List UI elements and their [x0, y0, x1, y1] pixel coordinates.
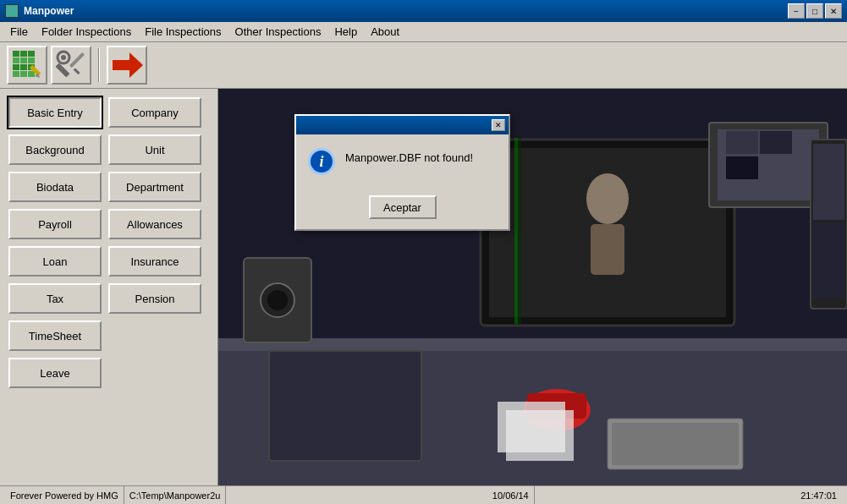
svg-rect-6 — [13, 64, 19, 70]
title-bar: Manpower − □ ✕ — [0, 0, 847, 22]
allowances-button[interactable]: Allowances — [108, 209, 201, 239]
svg-point-48 — [267, 290, 288, 310]
row-biodata-department: Biodata Department — [8, 172, 209, 202]
svg-marker-20 — [129, 52, 143, 78]
svg-rect-45 — [514, 138, 518, 324]
svg-rect-14 — [56, 63, 70, 78]
status-bar: Forever Powered by HMG C:\Temp\Manpower2… — [0, 485, 847, 504]
payroll-button[interactable]: Payroll — [8, 209, 102, 239]
svg-rect-3 — [13, 58, 19, 63]
insurance-button[interactable]: Insurance — [108, 246, 201, 277]
tax-button[interactable]: Tax — [8, 283, 102, 314]
svg-rect-42 — [813, 144, 844, 220]
svg-rect-1 — [20, 51, 27, 57]
row-background-unit: Background Unit — [8, 134, 209, 165]
main-content: Basic Entry Company Background Unit Biod… — [0, 89, 847, 485]
menu-help[interactable]: Help — [327, 24, 364, 40]
svg-point-32 — [586, 173, 629, 224]
maximize-button[interactable]: □ — [806, 3, 823, 19]
svg-rect-34 — [269, 351, 421, 461]
department-button[interactable]: Department — [108, 172, 201, 202]
modal-title-bar: ✕ — [296, 116, 509, 134]
modal-dialog: ✕ i Manpower.DBF not found! Aceptar — [294, 114, 510, 231]
modal-close-button[interactable]: ✕ — [492, 119, 505, 131]
unit-button[interactable]: Unit — [108, 134, 201, 165]
svg-rect-40 — [506, 410, 574, 461]
svg-rect-30 — [726, 156, 758, 179]
tools-button[interactable] — [51, 46, 91, 85]
minimize-button[interactable]: − — [788, 3, 805, 19]
loan-button[interactable]: Loan — [8, 246, 102, 277]
row-basic-company: Basic Entry Company — [8, 97, 209, 128]
biodata-button[interactable]: Biodata — [8, 172, 102, 202]
svg-rect-17 — [69, 52, 85, 68]
toolbar-separator — [98, 48, 100, 82]
svg-rect-5 — [28, 58, 35, 63]
company-button[interactable]: Company — [108, 97, 201, 128]
right-panel: ✕ i Manpower.DBF not found! Aceptar — [218, 89, 847, 485]
svg-point-16 — [61, 55, 66, 60]
svg-rect-11 — [28, 71, 35, 77]
info-icon: i — [308, 148, 335, 175]
row-payroll-allowances: Payroll Allowances — [8, 209, 209, 239]
exit-button[interactable] — [107, 46, 147, 85]
svg-rect-10 — [20, 71, 27, 77]
svg-rect-18 — [74, 68, 80, 74]
pension-button[interactable]: Pension — [108, 283, 201, 314]
app-icon — [5, 4, 19, 18]
left-panel: Basic Entry Company Background Unit Biod… — [0, 89, 218, 485]
menu-file-inspections[interactable]: File Inspections — [138, 24, 228, 40]
modal-footer: Aceptar — [296, 189, 509, 229]
svg-rect-7 — [20, 64, 27, 70]
svg-rect-4 — [20, 58, 27, 63]
status-path: C:\Temp\Manpower2u — [124, 486, 227, 504]
grid-pencil-button[interactable] — [7, 46, 47, 85]
modal-message: Manpower.DBF not found! — [345, 151, 473, 164]
svg-rect-23 — [218, 338, 847, 351]
row-loan-insurance: Loan Insurance — [8, 246, 209, 277]
svg-rect-9 — [13, 71, 19, 77]
window-title: Manpower — [24, 5, 74, 17]
row-leave: Leave — [8, 358, 209, 388]
close-button[interactable]: ✕ — [825, 3, 842, 19]
svg-rect-38 — [612, 423, 739, 465]
toolbar — [0, 42, 847, 89]
accept-button[interactable]: Aceptar — [369, 195, 437, 219]
menu-about[interactable]: About — [364, 24, 406, 40]
svg-rect-28 — [726, 131, 758, 154]
svg-rect-19 — [113, 60, 131, 70]
svg-rect-2 — [28, 51, 35, 57]
svg-rect-33 — [591, 224, 624, 275]
menu-bar: File Folder Inspections File Inspections… — [0, 22, 847, 42]
svg-rect-31 — [760, 156, 792, 179]
row-timesheet: TimeSheet — [8, 320, 209, 351]
status-date: 10/06/14 — [487, 486, 535, 504]
svg-rect-29 — [760, 131, 792, 154]
menu-file[interactable]: File — [3, 24, 35, 40]
modal-body: i Manpower.DBF not found! — [296, 134, 509, 189]
leave-button[interactable]: Leave — [8, 358, 102, 388]
status-time: 21:47:01 — [795, 486, 842, 504]
basic-entry-button[interactable]: Basic Entry — [8, 97, 102, 128]
background-button[interactable]: Background — [8, 134, 102, 165]
status-powered-by: Forever Powered by HMG — [5, 486, 124, 504]
row-tax-pension: Tax Pension — [8, 283, 209, 314]
svg-rect-0 — [13, 51, 19, 57]
menu-folder-inspections[interactable]: Folder Inspections — [35, 24, 138, 40]
menu-other-inspections[interactable]: Other Inspections — [228, 24, 328, 40]
timesheet-button[interactable]: TimeSheet — [8, 320, 102, 351]
svg-rect-43 — [813, 222, 844, 299]
window-controls: − □ ✕ — [788, 3, 842, 19]
